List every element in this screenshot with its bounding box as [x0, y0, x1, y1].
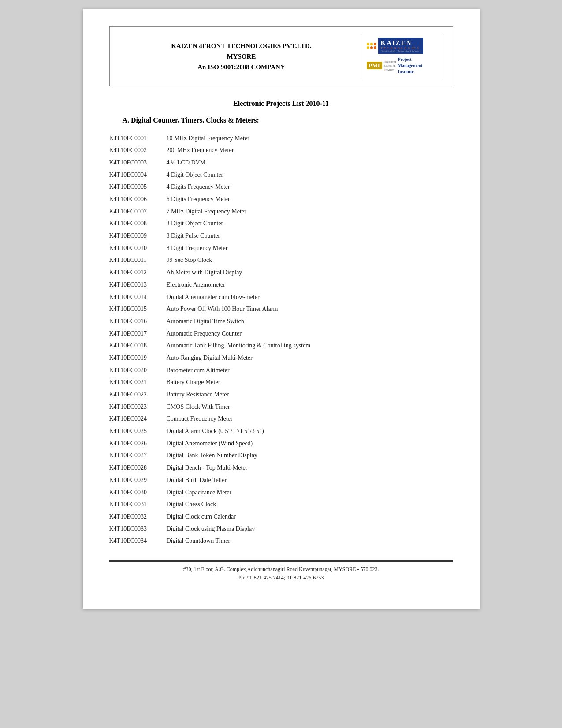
project-name: 8 Digit Frequency Meter	[167, 243, 228, 253]
project-item: K4T10EC00066 Digits Frequency Meter	[109, 193, 453, 205]
header: KAIZEN 4FRONT TECHNOLOGIES PVT.LTD. MYSO…	[109, 26, 453, 86]
project-code: K4T10EC0016	[109, 317, 167, 326]
project-item: K4T10EC000110 MHz Digital Frequency Mete…	[109, 132, 453, 145]
project-name: 7 MHz Digital Frequency Meter	[167, 207, 246, 217]
project-item: K4T10EC00108 Digit Frequency Meter	[109, 242, 453, 254]
project-name: Auto-Ranging Digital Multi-Meter	[167, 353, 253, 363]
project-code: K4T10EC0009	[109, 231, 167, 241]
project-item: K4T10EC0019Auto-Ranging Digital Multi-Me…	[109, 352, 453, 364]
project-item: K4T10EC0016Automatic Digital Time Switch	[109, 315, 453, 328]
project-name: Digital Alarm Clock (0 5"/1"/1 5"/3 5")	[167, 426, 264, 436]
project-name: Automatic Frequency Counter	[167, 329, 242, 339]
project-code: K4T10EC0002	[109, 146, 167, 155]
project-item: K4T10EC0013Electronic Anemometer	[109, 279, 453, 291]
project-code: K4T10EC0031	[109, 500, 167, 509]
project-item: K4T10EC0014Digital Anemometer cum Flow-m…	[109, 291, 453, 303]
project-item: K4T10EC00098 Digit Pulse Counter	[109, 230, 453, 242]
project-name: Barometer cum Altimeter	[167, 366, 230, 375]
footer-phone: Ph: 91-821-425-7414; 91-821-426-6753	[109, 574, 453, 582]
project-item: K4T10EC0002200 MHz Frequency Meter	[109, 144, 453, 157]
project-list: K4T10EC000110 MHz Digital Frequency Mete…	[109, 132, 453, 547]
project-name: Auto Power Off With 100 Hour Timer Alarm	[167, 304, 278, 314]
project-name: 200 MHz Frequency Meter	[167, 146, 234, 155]
company-name: KAIZEN 4FRONT TECHNOLOGIES PVT.LTD. MYSO…	[120, 41, 363, 72]
dot	[370, 46, 373, 49]
project-item: K4T10EC0026Digital Anemometer (Wind Spee…	[109, 437, 453, 450]
logo-box: KAIZEN TECHNOLOGIES Creative minds... Pr…	[363, 35, 442, 78]
project-code: K4T10EC0015	[109, 304, 167, 314]
project-code: K4T10EC0030	[109, 488, 167, 497]
project-name: 10 MHz Digital Frequency Meter	[167, 134, 249, 143]
project-name: Compact Frequency Meter	[167, 414, 233, 424]
pmi-badge: PMI	[367, 62, 382, 69]
pmi-row: PMI Registered Education Provider Projec…	[367, 56, 423, 75]
dot	[367, 43, 369, 45]
page: KAIZEN 4FRONT TECHNOLOGIES PVT.LTD. MYSO…	[83, 9, 480, 609]
project-code: K4T10EC0003	[109, 158, 167, 168]
project-item: K4T10EC0020Barometer cum Altimeter	[109, 364, 453, 377]
project-code: K4T10EC0022	[109, 390, 167, 399]
project-name: Ah Meter with Digital Display	[167, 268, 242, 277]
pmi-main-labels: Project Management Institute	[398, 56, 423, 75]
footer: #30, 1st Floor, A.G. Complex,Adichunchan…	[109, 560, 453, 582]
project-name: Digital Capacitance Meter	[167, 488, 232, 497]
project-item: K4T10EC0012Ah Meter with Digital Display	[109, 266, 453, 279]
project-name: 8 Digit Pulse Counter	[167, 231, 220, 241]
project-item: K4T10EC00034 ½ LCD DVM	[109, 157, 453, 169]
project-name: Battery Charge Meter	[167, 377, 220, 387]
project-code: K4T10EC0029	[109, 475, 167, 485]
project-item: K4T10EC00088 Digit Object Counter	[109, 217, 453, 230]
project-name: Digital Countdown Timer	[167, 536, 231, 546]
project-name: CMOS Clock With Timer	[167, 402, 230, 412]
project-name: Electronic Anemometer	[167, 280, 225, 290]
project-code: K4T10EC0008	[109, 219, 167, 228]
project-name: 99 Sec Stop Clock	[167, 255, 212, 265]
project-code: K4T10EC0033	[109, 524, 167, 534]
project-name: Digital Birth Date Teller	[167, 475, 227, 485]
project-item: K4T10EC001199 Sec Stop Clock	[109, 254, 453, 266]
project-code: K4T10EC0034	[109, 536, 167, 546]
project-code: K4T10EC0024	[109, 414, 167, 424]
project-code: K4T10EC0001	[109, 134, 167, 143]
project-item: K4T10EC0030Digital Capacitance Meter	[109, 486, 453, 499]
project-name: Digital Clock cum Calendar	[167, 512, 236, 522]
footer-address: #30, 1st Floor, A.G. Complex,Adichunchan…	[109, 565, 453, 574]
project-code: K4T10EC0018	[109, 341, 167, 351]
project-item: K4T10EC0021Battery Charge Meter	[109, 376, 453, 388]
logo-kaizen: KAIZEN TECHNOLOGIES Creative minds... Pr…	[367, 38, 424, 54]
project-item: K4T10EC0022Battery Resistance Meter	[109, 388, 453, 401]
project-item: K4T10EC0015Auto Power Off With 100 Hour …	[109, 303, 453, 315]
project-item: K4T10EC0023CMOS Clock With Timer	[109, 401, 453, 413]
project-code: K4T10EC0007	[109, 207, 167, 217]
pmi-sub-labels: Registered Education Provider	[384, 60, 396, 71]
page-title: Electronic Projects List 2010-11	[109, 100, 453, 108]
project-name: Automatic Tank Filling, Monitoring & Con…	[167, 341, 311, 351]
dot	[370, 43, 373, 45]
project-item: K4T10EC0017Automatic Frequency Counter	[109, 328, 453, 340]
project-name: 4 ½ LCD DVM	[167, 158, 206, 168]
project-name: Digital Anemometer cum Flow-meter	[167, 292, 260, 302]
kaizen-text-box: KAIZEN TECHNOLOGIES Creative minds... Pr…	[378, 38, 424, 54]
project-item: K4T10EC0024Compact Frequency Meter	[109, 413, 453, 425]
project-item: K4T10EC0033Digital Clock using Plasma Di…	[109, 523, 453, 535]
logo-dots	[367, 43, 376, 49]
project-code: K4T10EC0025	[109, 426, 167, 436]
project-item: K4T10EC0027Digital Bank Token Number Dis…	[109, 449, 453, 462]
project-item: K4T10EC0018Automatic Tank Filling, Monit…	[109, 340, 453, 352]
project-item: K4T10EC00077 MHz Digital Frequency Meter	[109, 205, 453, 218]
dot	[374, 43, 376, 45]
project-code: K4T10EC0005	[109, 182, 167, 192]
project-item: K4T10EC0034Digital Countdown Timer	[109, 535, 453, 547]
project-item: K4T10EC0025Digital Alarm Clock (0 5"/1"/…	[109, 425, 453, 437]
project-name: Automatic Digital Time Switch	[167, 317, 244, 326]
dot	[367, 46, 369, 49]
project-code: K4T10EC0006	[109, 194, 167, 204]
project-name: Digital Chess Clock	[167, 500, 216, 509]
project-name: 4 Digit Object Counter	[167, 170, 223, 180]
project-name: Digital Bench - Top Multi-Meter	[167, 463, 248, 473]
project-code: K4T10EC0019	[109, 353, 167, 363]
project-name: 6 Digits Frequency Meter	[167, 194, 230, 204]
project-code: K4T10EC0021	[109, 377, 167, 387]
project-code: K4T10EC0020	[109, 366, 167, 375]
project-code: K4T10EC0023	[109, 402, 167, 412]
